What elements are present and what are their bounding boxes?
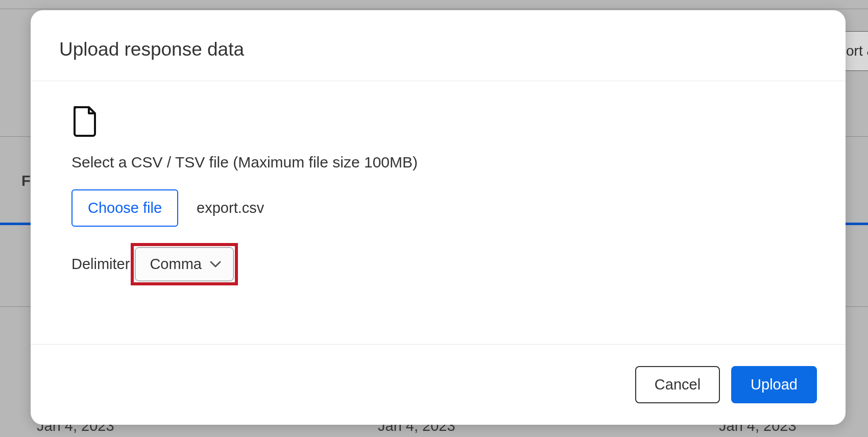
background-partial-label: F xyxy=(21,173,31,189)
delimiter-selected-value: Comma xyxy=(150,256,202,273)
delimiter-row: Delimiter Comma xyxy=(71,243,805,285)
dialog-footer: Cancel Upload xyxy=(31,344,846,425)
background-sort-button-partial[interactable]: ort & xyxy=(842,31,868,71)
cancel-button[interactable]: Cancel xyxy=(635,366,720,403)
annotation-highlight-box: Comma xyxy=(131,243,238,285)
dialog-header: Upload response data xyxy=(31,10,846,81)
dialog-body: Select a CSV / TSV file (Maximum file si… xyxy=(31,81,846,344)
delimiter-select[interactable]: Comma xyxy=(135,247,234,281)
file-select-row: Choose file export.csv xyxy=(71,189,805,227)
file-instruction-text: Select a CSV / TSV file (Maximum file si… xyxy=(71,154,805,171)
choose-file-button[interactable]: Choose file xyxy=(71,189,178,227)
upload-response-data-dialog: Upload response data Select a CSV / TSV … xyxy=(31,10,846,425)
delimiter-label: Delimiter xyxy=(71,256,130,273)
background-top-bar xyxy=(0,0,868,9)
dialog-title: Upload response data xyxy=(59,39,817,60)
file-icon xyxy=(71,106,805,137)
chevron-down-icon xyxy=(210,261,221,268)
upload-button[interactable]: Upload xyxy=(731,366,817,403)
selected-filename: export.csv xyxy=(197,200,264,216)
